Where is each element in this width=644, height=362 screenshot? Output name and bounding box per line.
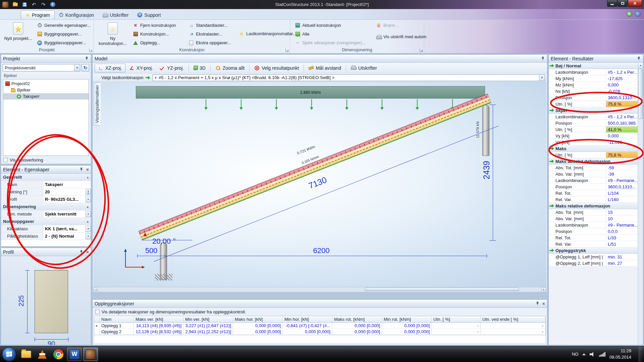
taskbar-statcon-button[interactable] — [83, 348, 98, 361]
collapse-icon[interactable]: ▲ — [86, 220, 91, 223]
maximize-button[interactable] — [618, 0, 628, 7]
taskbar-chrome-button[interactable] — [51, 348, 66, 361]
column-header[interactable]: Utn. [ %] — [432, 316, 481, 322]
toolbar-print-button[interactable]: Utskrifter — [348, 64, 380, 72]
results-row[interactable]: Utn. [ %]75,8 % — [549, 152, 643, 158]
save-icon[interactable] — [21, 1, 28, 8]
tree-item-project02[interactable]: Project02 — [3, 80, 89, 87]
results-row[interactable]: Posisjon3600,0,1310... — [549, 184, 643, 190]
network-icon[interactable] — [599, 352, 605, 357]
results-row[interactable]: Nx [kN]-0,026 — [549, 88, 643, 95]
current-construction-button[interactable]: Aktuell konstruksjon — [293, 21, 367, 29]
new-construction-button[interactable]: Ny konstruksjon... — [97, 20, 129, 47]
results-row[interactable]: Abs. Tot. [mm]-59 — [549, 165, 643, 171]
property-row[interactable]: NavnTaksperr — [1, 181, 91, 188]
toolbar-xz-projection-button[interactable]: XZ-proj. — [95, 64, 125, 72]
toolbar-xy-projection-button[interactable]: XY-proj. — [126, 64, 156, 72]
toolbar-result-point-button[interactable]: Velg resultatpunkt — [251, 64, 302, 72]
info-icon[interactable]: i — [49, 1, 56, 8]
toolbar-measure-distance-button[interactable]: Mål avstand — [306, 64, 344, 72]
rafter-beam[interactable] — [138, 94, 491, 240]
spinner-control[interactable]: ▲▼ — [86, 189, 91, 195]
extra-tasks-button[interactable]: Ekstra oppgaver... — [187, 39, 232, 47]
minimize-button[interactable] — [607, 0, 617, 7]
properties-section-row[interactable]: Dimensjonering▲ — [1, 203, 91, 210]
results-row[interactable]: Rel. Tot.L/33 — [549, 235, 643, 241]
table-row[interactable]: ▸Opplegg 114,113 (#4) [9,935 (#9)]3,227 … — [94, 323, 545, 329]
vertical-scrollbar[interactable]: ▲ — [638, 63, 643, 345]
toolbar-yz-projection-button[interactable]: YZ-proj. — [157, 64, 187, 72]
load-combination-templates-button[interactable]: Lastkombinasjonsmallar... — [237, 30, 298, 38]
results-row[interactable]: Posisjon0,0,0 — [549, 228, 643, 235]
dialog-launcher-icon[interactable] — [420, 49, 423, 52]
building-tasks-button[interactable]: Byggingoppgaver... — [36, 30, 92, 38]
show-load-transfer-checkbox[interactable] — [3, 158, 8, 162]
results-section-row[interactable]: Maks absolut deformasjon — [549, 158, 643, 165]
results-row[interactable]: Utn. [ %]41,0 % — [549, 126, 643, 133]
results-row[interactable]: Lastkombinasjon#9 - Permane... — [549, 222, 643, 228]
tray-expand-icon[interactable] — [582, 353, 586, 355]
model-viewport[interactable]: Visningsalternativer 2.880 kN/m 11.578 k… — [93, 82, 546, 287]
results-row[interactable]: Abs. Var. [mm]-39 — [549, 171, 643, 177]
scroll-left-icon[interactable]: ◂ — [94, 287, 98, 291]
view-options-tab[interactable]: Visningsalternativer — [93, 82, 101, 126]
results-row[interactable]: Vy [kN]0,000 — [549, 133, 643, 139]
start-button[interactable] — [2, 347, 16, 361]
results-row[interactable]: Posisjon3600,0,1310... — [549, 95, 643, 101]
status-icon[interactable] — [635, 11, 641, 17]
results-row[interactable]: Rel. Var.L/51 — [549, 241, 643, 247]
property-row[interactable]: KlimaklassKK 1 (tørrt, va...▼ — [1, 225, 91, 233]
language-indicator[interactable]: NO — [572, 352, 579, 357]
project-view-select[interactable]: Prosjektoversikt ▼ — [3, 64, 80, 71]
supports-button[interactable]: Opplegg... — [131, 39, 177, 47]
results-row[interactable]: Posisjon500,0,181.985 — [549, 120, 643, 126]
close-icon[interactable]: × — [86, 167, 89, 172]
new-project-button[interactable]: Nytt prosjekt... — [2, 20, 34, 47]
pin-icon[interactable] — [85, 56, 89, 61]
construction-button[interactable]: Konstruksjon... — [131, 30, 177, 38]
site-tasks-button[interactable]: Byggplassoppgaver... — [36, 39, 92, 47]
property-row[interactable]: Helning [°]20▲▼ — [1, 188, 91, 196]
tab-utskrifter[interactable]: Utskrifter — [98, 10, 133, 19]
results-row[interactable]: Rel. Tot.L/104 — [549, 190, 643, 196]
standard-loads-button[interactable]: ↓↓Standardlaster... — [187, 21, 232, 29]
chevron-down-icon[interactable]: ▼ — [539, 75, 545, 81]
remove-construction-button[interactable]: ×Fjern konstruksjon — [131, 21, 177, 29]
results-row[interactable]: @Opplegg 2, Leff [mm] (min. 27 — [549, 260, 643, 266]
taskbar-word-button[interactable] — [67, 348, 82, 361]
toolbar-zoom-all-button[interactable]: Zooma allt — [212, 64, 248, 72]
chevron-down-icon[interactable]: ▼ — [86, 211, 91, 217]
toolbar-3d-view-button[interactable]: 3D — [191, 64, 209, 72]
scroll-up-icon[interactable]: ▲ — [638, 63, 643, 68]
properties-section-row[interactable]: Normoppgaver▲ — [1, 218, 91, 225]
results-row[interactable]: Mz [kNm]0,000 — [549, 82, 643, 88]
chevron-down-icon[interactable]: ▼ — [86, 196, 91, 202]
results-section-row[interactable]: Skjær — [549, 107, 643, 114]
tree-item-taksperr[interactable]: Taksperr — [3, 93, 89, 100]
dialog-launcher-icon[interactable] — [89, 49, 93, 52]
table-row[interactable]: Opplegg 212,126 (#4) [8,532 (#9)]2,943 (… — [94, 329, 545, 335]
column-header[interactable]: Min hor. [kN] — [283, 316, 332, 322]
collapse-icon[interactable]: ▲ — [86, 205, 91, 208]
pin-icon[interactable] — [79, 250, 84, 254]
scrollbar-thumb[interactable] — [365, 288, 519, 291]
load-combination-select[interactable]: ● #5 - 1,2 x Permanent + 1,5 x µ x Snø {… — [153, 74, 545, 81]
tab-program[interactable]: Program — [21, 10, 55, 19]
scrollbar-thumb[interactable] — [638, 69, 643, 119]
results-row[interactable]: Utn. [ %]75,8 % — [549, 101, 643, 107]
results-row[interactable]: Vz [kN]-11,026 — [549, 139, 643, 145]
tree-item-bjelker[interactable]: Bjelker — [3, 87, 89, 93]
column-header[interactable]: Min ver. [kN] — [183, 316, 233, 322]
undo-icon[interactable]: ↶ — [30, 1, 38, 8]
column-header[interactable]: Navn — [100, 316, 134, 322]
app-icon[interactable] — [2, 1, 9, 8]
close-icon[interactable]: × — [542, 301, 545, 306]
close-icon[interactable]: × — [86, 250, 89, 254]
chevron-down-icon[interactable]: ▼ — [74, 64, 80, 71]
results-row[interactable]: Abs. Tot. [mm]15 — [549, 209, 643, 216]
general-properties-button[interactable]: Generelle egenskaper... — [36, 21, 92, 29]
results-section-row[interactable]: Bøj / Normal — [549, 63, 643, 69]
volume-icon[interactable] — [590, 352, 595, 357]
chevron-down-icon[interactable]: ▼ — [86, 226, 91, 232]
collapse-icon[interactable]: ▲ — [86, 176, 91, 179]
